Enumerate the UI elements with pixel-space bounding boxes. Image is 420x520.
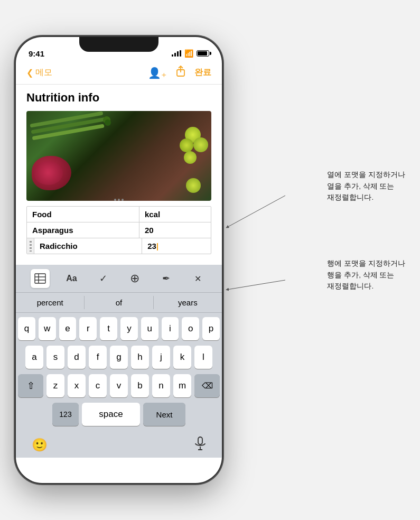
key-k[interactable]: k — [173, 346, 191, 369]
table: Food kcal Asparagus 20 Radicchio 23 — [26, 206, 211, 254]
table-format-button[interactable] — [31, 269, 50, 288]
row-handle[interactable] — [27, 238, 34, 254]
table-header-food: Food — [27, 207, 139, 222]
key-a[interactable]: a — [25, 346, 43, 369]
suggestion-3[interactable]: years — [154, 296, 222, 309]
key-m[interactable]: m — [173, 374, 191, 397]
annotation-column: 열에 포맷을 지정하거나 열을 추가, 삭제 또는 재정렬합니다. — [327, 169, 405, 203]
notch — [79, 37, 158, 52]
food-image — [26, 111, 211, 201]
keyboard-row-1: q w e r t y u i o p — [18, 317, 220, 340]
nav-bar: ❮ 메모 👤₊ 완료 — [16, 63, 222, 85]
key-u[interactable]: u — [141, 317, 158, 340]
battery-icon — [197, 50, 209, 57]
keyboard-row-2: a s d f g h j k l — [18, 346, 220, 369]
key-f[interactable]: f — [89, 346, 107, 369]
suggestion-2[interactable]: of — [85, 296, 153, 309]
table-cell-kcal-1: 20 — [139, 222, 211, 238]
chevron-left-icon: ❮ — [26, 68, 33, 78]
num-key[interactable]: 123 — [52, 403, 79, 426]
svg-line-9 — [227, 280, 285, 290]
suggestion-1[interactable]: percent — [16, 296, 85, 309]
key-l[interactable]: l — [194, 346, 212, 369]
table-header-kcal: kcal — [139, 207, 211, 222]
signal-bars-icon — [172, 50, 181, 57]
done-button[interactable]: 완료 — [194, 67, 211, 78]
status-time: 9:41 — [29, 49, 44, 58]
key-w[interactable]: w — [39, 317, 56, 340]
table-row: Radicchio 23 — [27, 238, 211, 254]
wifi-icon: 📶 — [184, 49, 193, 58]
svg-line-8 — [227, 196, 285, 227]
add-button[interactable]: ⊕ — [125, 269, 144, 288]
nav-back-button[interactable]: ❮ 메모 — [26, 67, 52, 78]
status-icons: 📶 — [172, 49, 209, 58]
key-b[interactable]: b — [131, 374, 149, 397]
key-c[interactable]: c — [89, 374, 107, 397]
key-q[interactable]: q — [18, 317, 35, 340]
key-r[interactable]: r — [79, 317, 97, 340]
nav-back-label: 메모 — [35, 67, 52, 78]
share-icon[interactable] — [175, 66, 186, 80]
toolbar: Aa ✓ ⊕ ✒ ✕ — [16, 265, 222, 293]
table-wrapper: Food kcal Asparagus 20 Radicchio 23 — [26, 206, 211, 254]
add-person-icon[interactable]: 👤₊ — [148, 67, 167, 79]
key-x[interactable]: x — [68, 374, 86, 397]
text-format-button[interactable]: Aa — [62, 269, 81, 288]
key-d[interactable]: d — [68, 346, 86, 369]
table-cell-food-1: Asparagus — [27, 222, 139, 238]
keyboard-row-3: ⇧ z x c v b n m ⌫ — [18, 374, 220, 397]
note-content: Nutrition info — [16, 85, 222, 265]
nav-actions: 👤₊ 완료 — [148, 66, 211, 80]
delete-key[interactable]: ⌫ — [194, 374, 220, 397]
phone-frame: 9:41 📶 ❮ 메모 👤₊ — [16, 37, 222, 483]
pencil-button[interactable]: ✒ — [156, 269, 175, 288]
keyboard: q w e r t y u i o p a s d f g h j k l ⇧ … — [16, 313, 222, 433]
svg-rect-1 — [35, 274, 45, 283]
close-button[interactable]: ✕ — [188, 269, 207, 288]
note-title: Nutrition info — [26, 91, 211, 105]
table-cell-kcal-2: 23 — [142, 238, 211, 254]
key-z[interactable]: z — [46, 374, 64, 397]
key-p[interactable]: p — [202, 317, 220, 340]
mic-icon[interactable] — [194, 437, 206, 453]
table-cell-food-2: Radicchio — [34, 238, 142, 254]
key-n[interactable]: n — [152, 374, 170, 397]
key-g[interactable]: g — [110, 346, 128, 369]
table-row: Asparagus 20 — [27, 222, 211, 238]
key-j[interactable]: j — [152, 346, 170, 369]
key-s[interactable]: s — [46, 346, 64, 369]
emoji-icon[interactable]: 🙂 — [32, 438, 48, 452]
check-button[interactable]: ✓ — [94, 269, 113, 288]
column-handle[interactable] — [114, 199, 124, 201]
key-o[interactable]: o — [182, 317, 199, 340]
svg-rect-5 — [198, 437, 202, 444]
keyboard-row-4: 123 space Next — [18, 403, 220, 426]
key-i[interactable]: i — [162, 317, 179, 340]
bottom-bar: 🙂 — [16, 433, 222, 458]
key-y[interactable]: y — [120, 317, 138, 340]
text-cursor — [157, 243, 158, 250]
key-h[interactable]: h — [131, 346, 149, 369]
shift-key[interactable]: ⇧ — [18, 374, 43, 397]
key-v[interactable]: v — [110, 374, 128, 397]
keyboard-suggestions: percent of years — [16, 293, 222, 313]
next-key[interactable]: Next — [143, 403, 185, 426]
key-e[interactable]: e — [59, 317, 77, 340]
table-header-row: Food kcal — [27, 207, 211, 222]
key-t[interactable]: t — [100, 317, 117, 340]
space-key[interactable]: space — [82, 403, 140, 426]
annotation-row: 행에 포맷을 지정하거나 행을 추가, 삭제 또는 재정렬합니다. — [327, 258, 405, 292]
